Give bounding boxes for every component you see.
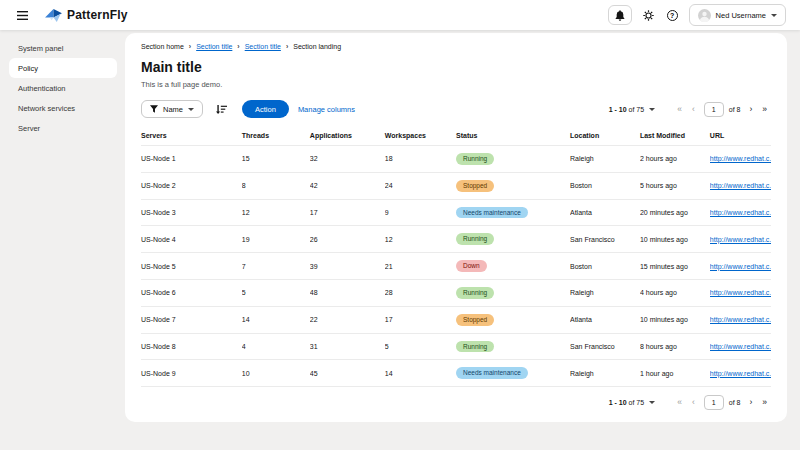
cell-server: US-Node 7 [141,306,242,333]
pagination-range-dropdown[interactable]: 1 - 10 of 75 [605,397,659,408]
column-header-last-modified: Last Modified [640,127,710,146]
gear-icon [643,10,654,21]
help-button[interactable]: ? [665,8,680,23]
cell-status: Needs maintenance [456,199,570,226]
status-badge: Running [456,287,494,299]
sidebar-item-system-panel[interactable]: System panel [0,38,117,58]
last-page-button[interactable]: » [758,103,771,116]
page-count-label: of 8 [729,106,741,113]
sort-button[interactable] [214,103,229,116]
first-page-button[interactable]: « [673,396,686,409]
breadcrumb-item[interactable]: Section title [196,43,232,50]
filter-icon [150,105,158,113]
breadcrumb-item[interactable]: Section title [245,43,281,50]
cell-applications: 22 [310,306,385,333]
page-number-input[interactable] [704,102,724,117]
first-page-button[interactable]: « [673,103,686,116]
page-number-input[interactable] [704,395,724,410]
last-page-button[interactable]: » [758,396,771,409]
cell-last-modified: 15 minutes ago [640,253,710,280]
cell-url: http://www.redhat.c... [710,360,771,386]
cell-status: Running [456,226,570,253]
cell-threads: 8 [242,172,310,199]
column-header-url: URL [710,127,771,146]
cell-applications: 42 [310,172,385,199]
table-row[interactable]: US-Node 6 5 48 28 Running Raleigh 4 hour… [141,279,771,306]
url-link[interactable]: http://www.redhat.c... [710,209,771,216]
notifications-button[interactable] [608,5,632,25]
table-row[interactable]: US-Node 9 10 45 14 Needs maintenance Ral… [141,360,771,386]
sidebar-item-server[interactable]: Server [0,118,117,138]
table-row[interactable]: US-Node 1 15 32 18 Running Raleigh 2 hou… [141,146,771,173]
chevron-down-icon [771,14,777,17]
cell-location: Raleigh [570,360,640,386]
cell-url: http://www.redhat.c... [710,199,771,226]
table-row[interactable]: US-Node 4 19 26 12 Running San Francisco… [141,226,771,253]
table-row[interactable]: US-Node 5 7 39 21 Down Boston 15 minutes… [141,253,771,280]
next-page-button[interactable]: › [745,396,756,409]
url-link[interactable]: http://www.redhat.c... [710,370,771,377]
url-link[interactable]: http://www.redhat.c... [710,155,771,162]
cell-threads: 7 [242,253,310,280]
table-row[interactable]: US-Node 2 8 42 24 Stopped Boston 5 hours… [141,172,771,199]
nav-toggle-button[interactable] [14,8,31,23]
cell-applications: 17 [310,199,385,226]
status-badge: Running [456,233,494,245]
cell-status: Stopped [456,306,570,333]
status-badge: Needs maintenance [456,207,528,219]
cell-threads: 10 [242,360,310,386]
url-link[interactable]: http://www.redhat.c... [710,182,771,189]
pagination-range: 1 - 10 of 75 [609,399,644,406]
action-button[interactable]: Action [242,100,289,118]
column-header-servers: Servers [141,127,242,146]
cell-server: US-Node 3 [141,199,242,226]
page-layout: System panelPolicyAuthenticationNetwork … [0,30,800,450]
name-filter-dropdown[interactable]: Name [141,100,203,118]
sidebar-item-policy[interactable]: Policy [9,58,117,78]
table-row[interactable]: US-Node 3 12 17 9 Needs maintenance Atla… [141,199,771,226]
status-badge: Stopped [456,180,494,192]
cell-applications: 31 [310,333,385,360]
table-row[interactable]: US-Node 7 14 22 17 Stopped Atlanta 10 mi… [141,306,771,333]
breadcrumb-item: Section landing [293,43,341,50]
cell-server: US-Node 6 [141,279,242,306]
sidebar-item-network-services[interactable]: Network services [0,98,117,118]
user-name: Ned Username [716,11,766,20]
cell-url: http://www.redhat.c... [710,279,771,306]
url-link[interactable]: http://www.redhat.c... [710,316,771,323]
sidebar-item-authentication[interactable]: Authentication [0,78,117,98]
cell-server: US-Node 8 [141,333,242,360]
breadcrumb-separator-icon: › [286,43,288,50]
masthead-actions: ? Ned Username [608,4,786,26]
url-link[interactable]: http://www.redhat.c... [710,263,771,270]
table-row[interactable]: US-Node 8 4 31 5 Running San Francisco 8… [141,333,771,360]
prev-page-button[interactable]: ‹ [688,396,699,409]
settings-button[interactable] [641,8,656,23]
cell-server: US-Node 5 [141,253,242,280]
cell-last-modified: 10 minutes ago [640,226,710,253]
cell-server: US-Node 2 [141,172,242,199]
cell-url: http://www.redhat.c... [710,146,771,173]
table-header-row: ServersThreadsApplicationsWorkspacesStat… [141,127,771,146]
breadcrumb-item: Section home [141,43,184,50]
status-badge: Running [456,341,494,353]
manage-columns-link[interactable]: Manage columns [298,105,355,114]
cell-workspaces: 18 [385,146,456,173]
cell-threads: 14 [242,306,310,333]
cell-url: http://www.redhat.c... [710,333,771,360]
url-link[interactable]: http://www.redhat.c... [710,343,771,350]
cell-applications: 32 [310,146,385,173]
cell-workspaces: 24 [385,172,456,199]
next-page-button[interactable]: › [745,103,756,116]
user-menu-button[interactable]: Ned Username [689,4,786,26]
cell-last-modified: 4 hours ago [640,279,710,306]
pagination-range-dropdown[interactable]: 1 - 10 of 75 [605,104,659,115]
url-link[interactable]: http://www.redhat.c... [710,236,771,243]
cell-location: Boston [570,253,640,280]
prev-page-button[interactable]: ‹ [688,103,699,116]
cell-location: Atlanta [570,199,640,226]
cell-threads: 15 [242,146,310,173]
status-badge: Down [456,260,487,272]
pagination-nav: « ‹ of 8 › » [673,395,771,410]
url-link[interactable]: http://www.redhat.c... [710,289,771,296]
